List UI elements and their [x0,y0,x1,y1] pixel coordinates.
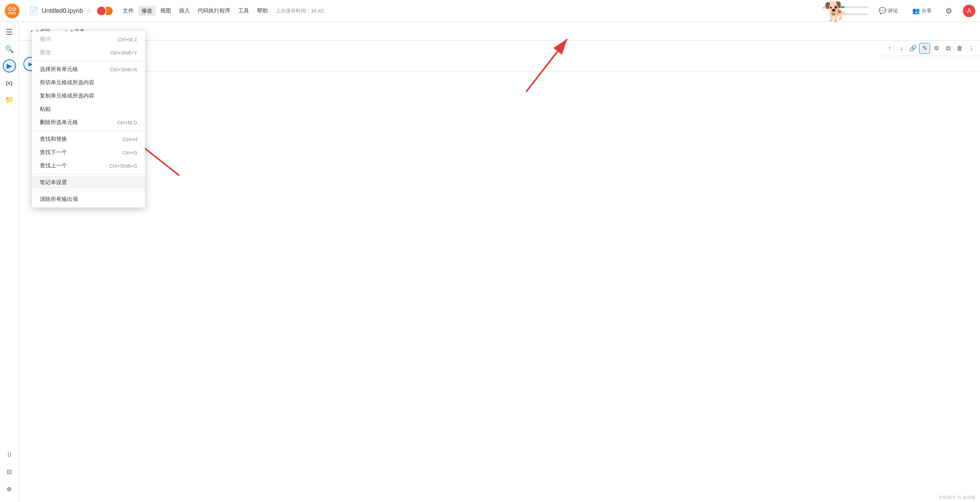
move-down-button[interactable]: ↓ [896,43,907,54]
redo-shortcut: Ctrl+Shift+Y [110,50,137,56]
sidebar-item-search[interactable]: 🔍 [2,42,16,56]
menu-item-notebook-settings[interactable]: 笔记本设置 [32,176,145,189]
divider-4 [32,191,145,191]
bottom-bar: CSDN © 与 知冷指 [0,493,980,502]
copy-cell-button[interactable]: ⧉ [943,43,953,54]
delete-cell-label: 删除所选单元格 [40,119,78,126]
menu-item-copy-cell[interactable]: 复制单元格或所选内容 [32,89,145,103]
user-avatar-button[interactable]: A [963,5,975,17]
divider-3 [32,174,145,174]
logo-area: CO PRO [5,4,19,18]
notebook-settings-label: 笔记本设置 [40,179,67,186]
topbar: CO PRO 📄 Untitled0.ipynb ☆ 文件 修改 视图 插入 代… [0,0,980,22]
divider-1 [32,61,145,61]
file-title[interactable]: Untitled0.ipynb [42,7,83,14]
menu-item-cut-cell[interactable]: 剪切单元格或所选内容 [32,76,145,89]
menu-item-find-next[interactable]: 查找下一个 Ctrl+G [32,146,145,159]
share-button[interactable]: 👥 分享 [909,5,935,16]
comment-label: 评论 [888,7,898,14]
menu-insert[interactable]: 插入 [176,6,193,16]
select-all-label: 选择所有单元格 [40,66,78,73]
copy-cell-label: 复制单元格或所选内容 [40,92,94,99]
menu-runtime[interactable]: 代码执行程序 [195,6,234,16]
menu-item-clear-outputs[interactable]: 清除所有输出项 [32,193,145,206]
menu-file[interactable]: 文件 [120,6,137,16]
menubar: 文件 修改 视图 插入 代码执行程序 工具 帮助 [120,6,271,16]
code-cell-row: ▶ [19,56,980,72]
star-icon[interactable]: ☆ [86,7,92,14]
menu-item-find-prev[interactable]: 查找上一个 Ctrl+Shift+G [32,159,145,172]
redo-label: 重做 [40,49,51,56]
gear-icon: ⚙ [945,6,952,16]
sidebar-item-files[interactable]: 📁 [2,93,16,107]
undo-shortcut: Ctrl+M Z [118,37,137,43]
share-icon: 👥 [912,7,920,14]
comment-button[interactable]: 💬 评论 [876,5,901,16]
menu-edit[interactable]: 修改 [138,6,156,16]
annotations-overlay [0,0,980,502]
sidebar-item-menu[interactable]: ☰ [2,25,16,39]
link-button[interactable]: 🔗 [907,43,918,54]
paste-label: 粘贴 [40,106,51,113]
menu-item-delete-cell[interactable]: 删除所选单元格 Ctrl+M D [32,116,145,129]
bottom-text: CSDN © 与 知冷指 [939,495,975,500]
file-icon: 📄 [29,6,39,16]
menu-view[interactable]: 视图 [157,6,174,16]
sidebar-item-terminal[interactable]: ⊟ [2,465,16,479]
save-time: 上次保存时间：16:42 [276,7,324,14]
divider-2 [32,131,145,131]
menu-item-select-all[interactable]: 选择所有单元格 Ctrl+Shift+A [32,63,145,76]
cell-toolbar: ↑ ↓ 🔗 ✎ ⚙ ⧉ 🗑 ⋮ [881,41,980,56]
delete-cell-button[interactable]: 🗑 [954,43,965,54]
edit-cell-button[interactable]: ✎ [919,43,930,54]
find-replace-shortcut: Ctrl+H [123,137,137,142]
cell-settings-button[interactable]: ⚙ [931,43,942,54]
file-info: 📄 Untitled0.ipynb ☆ [29,6,113,16]
menu-help[interactable]: 帮助 [254,6,271,16]
corgi-mascot: 🐕 [824,1,847,23]
comment-icon: 💬 [879,7,886,14]
menu-item-paste[interactable]: 粘贴 [32,103,145,116]
avatar-1 [96,6,106,16]
cell-bar: ＋ + 代码 ＋ + 文本 [19,22,980,41]
cut-cell-label: 剪切单元格或所选内容 [40,79,94,86]
select-all-shortcut: Ctrl+Shift+A [110,67,137,73]
find-prev-label: 查找上一个 [40,162,67,169]
sidebar-item-variables[interactable]: {x} [2,76,16,90]
find-prev-shortcut: Ctrl+Shift+G [109,163,137,169]
move-up-button[interactable]: ↑ [884,43,895,54]
user-avatars [96,6,113,16]
clear-outputs-label: 清除所有输出项 [40,196,78,203]
menu-item-find-replace[interactable]: 查找和替换 Ctrl+H [32,133,145,146]
sidebar: ☰ 🔍 ▶ {x} 📁 ⟨⟩ ⊟ ⊕ [0,22,19,502]
menu-item-redo[interactable]: 重做 Ctrl+Shift+Y [32,46,145,59]
edit-dropdown-menu: 撤消 Ctrl+M Z 重做 Ctrl+Shift+Y 选择所有单元格 Ctrl… [32,31,145,208]
menu-item-undo[interactable]: 撤消 Ctrl+M Z [32,33,145,46]
sidebar-item-code-editor[interactable]: ⟨⟩ [2,447,16,461]
sidebar-item-settings-bottom[interactable]: ⊕ [2,482,16,496]
undo-label: 撤消 [40,36,51,43]
find-next-shortcut: Ctrl+G [122,150,137,156]
delete-cell-shortcut: Ctrl+M D [117,120,137,126]
menu-tools[interactable]: 工具 [235,6,252,16]
sidebar-item-run[interactable]: ▶ [3,59,16,73]
settings-button[interactable]: ⚙ [943,5,955,17]
share-label: 分享 [922,7,932,14]
logo-icon[interactable]: CO PRO [5,4,19,18]
find-next-label: 查找下一个 [40,149,67,156]
find-replace-label: 查找和替换 [40,136,67,143]
more-options-button[interactable]: ⋮ [966,43,977,54]
user-initial: A [967,7,971,14]
